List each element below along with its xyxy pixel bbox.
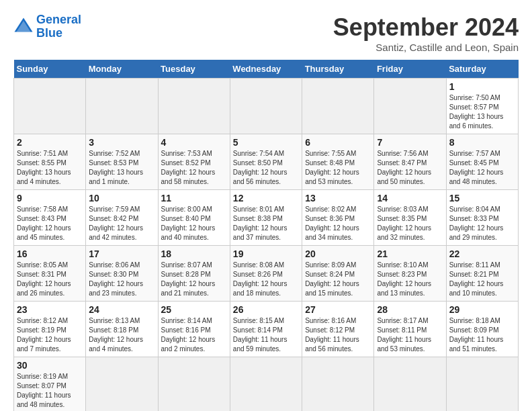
day-number: 26 [233, 304, 299, 315]
weekday-header-tuesday: Tuesday [158, 60, 230, 79]
day-info: Sunrise: 7:57 AMSunset: 8:45 PMDaylight:… [449, 149, 515, 187]
calendar-day-cell: 8Sunrise: 7:57 AMSunset: 8:45 PMDaylight… [446, 134, 518, 190]
day-number: 2 [17, 137, 83, 148]
day-number: 3 [89, 137, 154, 148]
day-info: Sunrise: 8:16 AMSunset: 8:12 PMDaylight:… [305, 316, 371, 354]
day-number: 14 [377, 193, 443, 203]
calendar-day-cell: 28Sunrise: 8:17 AMSunset: 8:11 PMDayligh… [374, 302, 446, 357]
calendar-day-cell [14, 79, 86, 134]
calendar-day-cell: 17Sunrise: 8:06 AMSunset: 8:30 PMDayligh… [86, 246, 158, 302]
calendar-day-cell: 7Sunrise: 7:56 AMSunset: 8:47 PMDaylight… [374, 134, 446, 190]
calendar-week-row: 30Sunrise: 8:19 AMSunset: 8:07 PMDayligh… [14, 357, 519, 412]
day-number: 30 [17, 360, 83, 371]
calendar-day-cell: 16Sunrise: 8:05 AMSunset: 8:31 PMDayligh… [14, 246, 86, 302]
day-info: Sunrise: 7:55 AMSunset: 8:48 PMDaylight:… [305, 149, 371, 187]
day-info: Sunrise: 8:15 AMSunset: 8:14 PMDaylight:… [233, 316, 299, 354]
day-info: Sunrise: 8:19 AMSunset: 8:07 PMDaylight:… [17, 372, 83, 410]
day-number: 17 [89, 248, 154, 259]
day-info: Sunrise: 8:05 AMSunset: 8:31 PMDaylight:… [17, 261, 83, 298]
day-number: 12 [233, 193, 299, 203]
logo-icon [13, 17, 34, 37]
day-number: 22 [449, 248, 515, 259]
day-number: 27 [305, 304, 371, 315]
calendar-day-cell [86, 79, 158, 134]
day-number: 11 [161, 193, 227, 203]
day-number: 4 [161, 137, 227, 148]
calendar-day-cell: 10Sunrise: 7:59 AMSunset: 8:42 PMDayligh… [86, 190, 158, 246]
day-info: Sunrise: 7:50 AMSunset: 8:57 PMDaylight:… [449, 93, 515, 131]
day-number: 13 [305, 193, 371, 203]
day-number: 18 [161, 248, 227, 259]
day-info: Sunrise: 8:12 AMSunset: 8:19 PMDaylight:… [17, 316, 83, 354]
calendar-week-row: 9Sunrise: 7:58 AMSunset: 8:43 PMDaylight… [14, 190, 519, 246]
calendar-day-cell [446, 357, 518, 412]
day-number: 16 [17, 248, 83, 259]
day-info: Sunrise: 7:52 AMSunset: 8:53 PMDaylight:… [89, 149, 154, 187]
calendar-day-cell: 5Sunrise: 7:54 AMSunset: 8:50 PMDaylight… [230, 134, 302, 190]
location-subtitle: Santiz, Castille and Leon, Spain [333, 42, 519, 53]
logo-line2: Blue [36, 26, 62, 40]
calendar-day-cell: 27Sunrise: 8:16 AMSunset: 8:12 PMDayligh… [302, 302, 374, 357]
calendar-day-cell: 2Sunrise: 7:51 AMSunset: 8:55 PMDaylight… [14, 134, 86, 190]
calendar-table: SundayMondayTuesdayWednesdayThursdayFrid… [13, 60, 519, 411]
calendar-day-cell: 30Sunrise: 8:19 AMSunset: 8:07 PMDayligh… [14, 357, 86, 412]
day-info: Sunrise: 7:58 AMSunset: 8:43 PMDaylight:… [17, 205, 83, 242]
weekday-header-monday: Monday [86, 60, 158, 79]
calendar-day-cell: 13Sunrise: 8:02 AMSunset: 8:36 PMDayligh… [302, 190, 374, 246]
calendar-day-cell: 23Sunrise: 8:12 AMSunset: 8:19 PMDayligh… [14, 302, 86, 357]
weekday-header-saturday: Saturday [446, 60, 518, 79]
month-title: September 2024 [333, 13, 519, 42]
title-area: September 2024 Santiz, Castille and Leon… [333, 13, 519, 53]
calendar-day-cell: 6Sunrise: 7:55 AMSunset: 8:48 PMDaylight… [302, 134, 374, 190]
day-number: 19 [233, 248, 299, 259]
day-info: Sunrise: 8:13 AMSunset: 8:18 PMDaylight:… [89, 316, 154, 354]
calendar-day-cell [374, 357, 446, 412]
day-info: Sunrise: 8:10 AMSunset: 8:23 PMDaylight:… [377, 261, 443, 298]
day-number: 6 [305, 137, 371, 148]
calendar-day-cell: 18Sunrise: 8:07 AMSunset: 8:28 PMDayligh… [158, 246, 230, 302]
calendar-day-cell: 26Sunrise: 8:15 AMSunset: 8:14 PMDayligh… [230, 302, 302, 357]
calendar-day-cell [158, 79, 230, 134]
day-info: Sunrise: 8:08 AMSunset: 8:26 PMDaylight:… [233, 261, 299, 298]
day-info: Sunrise: 8:03 AMSunset: 8:35 PMDaylight:… [377, 205, 443, 242]
day-info: Sunrise: 8:07 AMSunset: 8:28 PMDaylight:… [161, 261, 227, 298]
calendar-day-cell: 11Sunrise: 8:00 AMSunset: 8:40 PMDayligh… [158, 190, 230, 246]
day-number: 24 [89, 304, 154, 315]
day-number: 23 [17, 304, 83, 315]
logo-text: General Blue [36, 13, 81, 40]
calendar-day-cell: 15Sunrise: 8:04 AMSunset: 8:33 PMDayligh… [446, 190, 518, 246]
day-number: 9 [17, 193, 83, 203]
day-info: Sunrise: 8:18 AMSunset: 8:09 PMDaylight:… [449, 316, 515, 354]
calendar-body: 1Sunrise: 7:50 AMSunset: 8:57 PMDaylight… [14, 79, 519, 412]
day-info: Sunrise: 8:06 AMSunset: 8:30 PMDaylight:… [89, 261, 154, 298]
calendar-week-row: 2Sunrise: 7:51 AMSunset: 8:55 PMDaylight… [14, 134, 519, 190]
calendar-day-cell: 9Sunrise: 7:58 AMSunset: 8:43 PMDaylight… [14, 190, 86, 246]
calendar-day-cell: 3Sunrise: 7:52 AMSunset: 8:53 PMDaylight… [86, 134, 158, 190]
day-info: Sunrise: 7:53 AMSunset: 8:52 PMDaylight:… [161, 149, 227, 187]
logo-line1: General [36, 13, 81, 26]
weekday-header-wednesday: Wednesday [230, 60, 302, 79]
day-number: 15 [449, 193, 515, 203]
calendar-day-cell: 4Sunrise: 7:53 AMSunset: 8:52 PMDaylight… [158, 134, 230, 190]
weekday-header-friday: Friday [374, 60, 446, 79]
calendar-day-cell: 21Sunrise: 8:10 AMSunset: 8:23 PMDayligh… [374, 246, 446, 302]
day-number: 1 [449, 81, 515, 92]
calendar-day-cell: 20Sunrise: 8:09 AMSunset: 8:24 PMDayligh… [302, 246, 374, 302]
page-header: General Blue September 2024 Santiz, Cast… [13, 13, 519, 53]
day-info: Sunrise: 8:11 AMSunset: 8:21 PMDaylight:… [449, 261, 515, 298]
day-info: Sunrise: 8:17 AMSunset: 8:11 PMDaylight:… [377, 316, 443, 354]
calendar-day-cell: 19Sunrise: 8:08 AMSunset: 8:26 PMDayligh… [230, 246, 302, 302]
calendar-week-row: 23Sunrise: 8:12 AMSunset: 8:19 PMDayligh… [14, 302, 519, 357]
day-number: 10 [89, 193, 154, 203]
day-info: Sunrise: 8:00 AMSunset: 8:40 PMDaylight:… [161, 205, 227, 242]
day-info: Sunrise: 8:02 AMSunset: 8:36 PMDaylight:… [305, 205, 371, 242]
day-number: 29 [449, 304, 515, 315]
day-number: 7 [377, 137, 443, 148]
calendar-day-cell: 1Sunrise: 7:50 AMSunset: 8:57 PMDaylight… [446, 79, 518, 134]
calendar-day-cell: 14Sunrise: 8:03 AMSunset: 8:35 PMDayligh… [374, 190, 446, 246]
calendar-day-cell [86, 357, 158, 412]
calendar-day-cell [158, 357, 230, 412]
weekday-header-row: SundayMondayTuesdayWednesdayThursdayFrid… [14, 60, 519, 79]
day-info: Sunrise: 8:09 AMSunset: 8:24 PMDaylight:… [305, 261, 371, 298]
calendar-day-cell: 22Sunrise: 8:11 AMSunset: 8:21 PMDayligh… [446, 246, 518, 302]
